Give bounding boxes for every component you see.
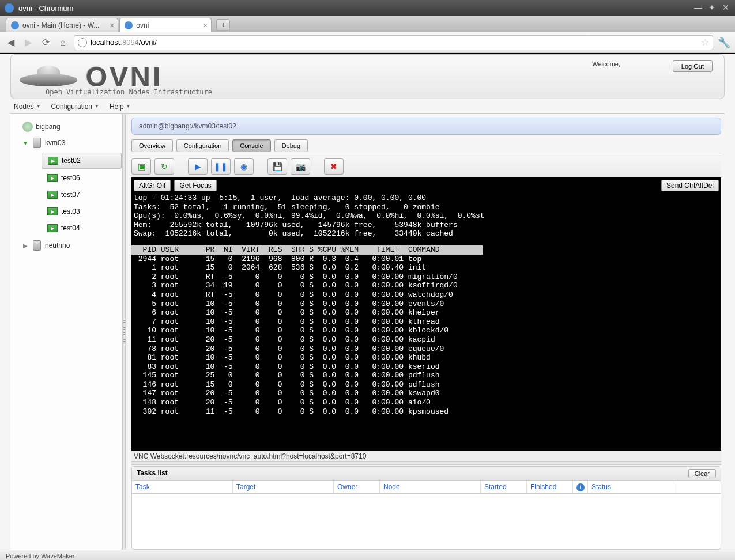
vnc-status-text: VNC Websocket:resources/novnc/vnc_auto.h… bbox=[131, 451, 721, 461]
browser-tab-inactive[interactable]: ovni - Main (Home) - W... × bbox=[6, 18, 118, 32]
tasks-panel: Tasks list Clear TaskTargetOwnerNodeStar… bbox=[131, 466, 721, 550]
send-ctrlaltdel-button[interactable]: Send CtrlAltDel bbox=[661, 180, 719, 191]
vertical-splitter[interactable] bbox=[122, 114, 126, 550]
url-port: :8094 bbox=[120, 38, 139, 47]
vm-run-icon bbox=[47, 191, 58, 199]
vm-run-icon bbox=[48, 157, 58, 165]
window-maximize-button[interactable]: ✦ bbox=[707, 3, 717, 13]
subtab-configuration[interactable]: Configuration bbox=[176, 139, 229, 152]
subtab-console[interactable]: Console bbox=[232, 139, 270, 152]
task-column-header[interactable]: i bbox=[573, 481, 588, 493]
tree-label: test04 bbox=[61, 224, 80, 232]
tree-host-kvm03[interactable]: ▼ kvm03 bbox=[10, 135, 122, 151]
tree-vm-item[interactable]: test04 bbox=[42, 221, 122, 236]
vm-run-icon bbox=[47, 174, 58, 182]
subtab-overview[interactable]: Overview bbox=[131, 139, 173, 152]
tab-close-icon[interactable]: × bbox=[203, 21, 208, 30]
globe-icon bbox=[78, 38, 87, 47]
expand-closed-icon[interactable]: ▶ bbox=[22, 243, 29, 249]
screenshot-button[interactable]: 📷 bbox=[291, 158, 310, 175]
stop-button[interactable]: ◉ bbox=[234, 158, 254, 175]
task-column-header[interactable]: Target bbox=[233, 481, 334, 493]
vnc-console[interactable]: AltGr Off Get Focus Send CtrlAltDel top … bbox=[131, 177, 721, 451]
pause-button[interactable]: ❚❚ bbox=[211, 158, 231, 175]
play-button[interactable]: ▶ bbox=[188, 158, 208, 175]
task-column-header[interactable]: Started bbox=[481, 481, 527, 493]
breadcrumb: admin@bigbang://kvm03/test02 bbox=[131, 118, 721, 135]
main-panel: admin@bigbang://kvm03/test02 OverviewCon… bbox=[126, 114, 725, 550]
top-summary: top - 01:24:33 up 5:15, 1 user, load ave… bbox=[131, 194, 721, 239]
tree-label: test02 bbox=[62, 157, 81, 165]
menu-bar: Nodes▼ Configuration▼ Help▼ bbox=[10, 99, 725, 114]
url-host: localhost bbox=[91, 38, 120, 47]
save-button[interactable]: 💾 bbox=[267, 158, 287, 175]
get-focus-button[interactable]: Get Focus bbox=[174, 180, 216, 191]
logout-button[interactable]: Log Out bbox=[673, 60, 713, 72]
altgr-toggle-button[interactable]: AltGr Off bbox=[134, 180, 171, 191]
poweroff-button[interactable]: ✖ bbox=[324, 158, 344, 175]
vm-run-icon bbox=[47, 224, 58, 232]
tree-host-neutrino[interactable]: ▶ neutrino bbox=[10, 237, 122, 253]
tab-close-icon[interactable]: × bbox=[110, 21, 114, 30]
tree-vm-item[interactable]: test03 bbox=[42, 204, 122, 219]
tree-label: test03 bbox=[61, 207, 80, 215]
browser-tab-active[interactable]: ovni × bbox=[119, 18, 212, 32]
tree-vm-item[interactable]: test02 bbox=[42, 153, 122, 169]
url-input[interactable]: localhost:8094/ovni/ ☆ bbox=[74, 35, 713, 50]
task-column-header[interactable]: Owner bbox=[334, 481, 380, 493]
task-column-header[interactable]: Task bbox=[132, 481, 233, 493]
console-toolbar: ▣ ↻ ▶ ❚❚ ◉ 💾 📷 ✖ bbox=[131, 156, 721, 177]
tree-label: kvm03 bbox=[45, 139, 65, 147]
tree-vm-item[interactable]: test07 bbox=[42, 187, 122, 202]
url-path: /ovni/ bbox=[139, 38, 157, 47]
tree-label: neutrino bbox=[45, 241, 70, 249]
tasks-clear-button[interactable]: Clear bbox=[688, 469, 716, 478]
browser-menu-button[interactable]: 🔧 bbox=[718, 36, 730, 49]
subtab-debug[interactable]: Debug bbox=[274, 139, 308, 152]
server-icon bbox=[31, 137, 43, 149]
chromium-icon bbox=[5, 3, 14, 13]
subtab-row: OverviewConfigurationConsoleDebug bbox=[131, 139, 721, 152]
tree-label: test06 bbox=[61, 174, 80, 182]
reload-button[interactable]: ⟳ bbox=[39, 36, 52, 49]
app-subtitle: Open Virtualization Nodes Infrastructure bbox=[46, 88, 212, 96]
menu-configuration[interactable]: Configuration▼ bbox=[51, 103, 99, 111]
chevron-down-icon: ▼ bbox=[95, 104, 99, 109]
browser-toolbar: ◀ ▶ ⟳ ⌂ localhost:8094/ovni/ ☆ 🔧 bbox=[0, 32, 735, 53]
server-icon bbox=[31, 240, 43, 251]
forward-button[interactable]: ▶ bbox=[22, 36, 35, 49]
chevron-down-icon: ▼ bbox=[36, 104, 41, 109]
tab-title: ovni bbox=[136, 21, 149, 29]
node-tree: bigbang ▼ kvm03 test02test06test07test03… bbox=[10, 114, 122, 550]
back-button[interactable]: ◀ bbox=[5, 36, 17, 49]
tree-vm-item[interactable]: test06 bbox=[42, 171, 122, 186]
tasks-body-empty bbox=[132, 494, 721, 549]
expand-open-icon[interactable]: ▼ bbox=[22, 140, 29, 146]
task-column-header[interactable]: Status bbox=[588, 481, 674, 493]
welcome-text: Welcome, bbox=[592, 60, 620, 67]
app-body: bigbang ▼ kvm03 test02test06test07test03… bbox=[10, 114, 725, 550]
world-icon bbox=[22, 121, 33, 133]
top-header-row: PID USER PR NI VIRT RES SHR S %CPU %MEM … bbox=[131, 245, 483, 255]
connect-button[interactable]: ▣ bbox=[131, 158, 151, 175]
browser-tab-strip: ovni - Main (Home) - W... × ovni × + bbox=[0, 16, 735, 32]
window-close-button[interactable]: ✕ bbox=[721, 3, 730, 13]
app-header: OVNI Open Virtualization Nodes Infrastru… bbox=[10, 54, 725, 99]
bookmark-star-icon[interactable]: ☆ bbox=[701, 37, 709, 48]
tree-label: bigbang bbox=[36, 123, 61, 131]
new-tab-button[interactable]: + bbox=[216, 19, 230, 31]
task-column-header[interactable]: Node bbox=[380, 481, 481, 493]
menu-nodes[interactable]: Nodes▼ bbox=[14, 103, 41, 111]
favicon-icon bbox=[11, 21, 19, 29]
tab-title: ovni - Main (Home) - W... bbox=[22, 21, 99, 29]
refresh-button[interactable]: ↻ bbox=[154, 158, 174, 175]
tree-root-node[interactable]: bigbang bbox=[10, 119, 122, 135]
tasks-title: Tasks list bbox=[137, 469, 168, 478]
chevron-down-icon: ▼ bbox=[126, 104, 131, 109]
task-column-header[interactable]: Finished bbox=[527, 481, 573, 493]
vm-run-icon bbox=[47, 207, 58, 215]
home-button[interactable]: ⌂ bbox=[56, 36, 69, 49]
menu-help[interactable]: Help▼ bbox=[110, 103, 131, 111]
window-minimize-button[interactable]: — bbox=[693, 3, 703, 13]
horizontal-splitter[interactable] bbox=[131, 461, 721, 465]
